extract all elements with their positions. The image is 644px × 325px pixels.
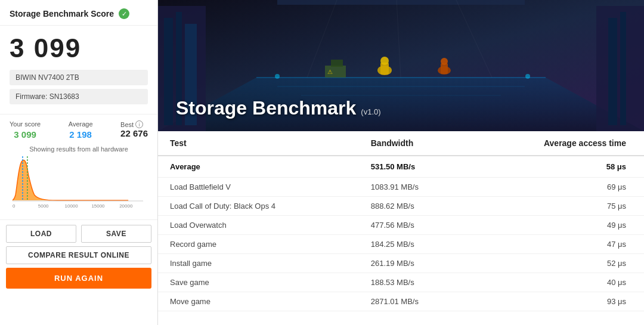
test-cell: Save game (158, 273, 359, 292)
average-label: Average (69, 120, 93, 128)
col-access-header: Average access time (470, 131, 644, 156)
test-cell: Record game (158, 235, 359, 254)
bandwidth-cell: 477.56 MB/s (359, 216, 470, 235)
bandwidth-cell: 531.50 MB/s (359, 156, 470, 178)
table-row: Record game184.25 MB/s47 μs (158, 235, 644, 254)
test-cell: Load Overwatch (158, 216, 359, 235)
access-cell: 40 μs (470, 273, 644, 292)
compare-button[interactable]: COMPARE RESULT ONLINE (6, 246, 151, 264)
table-row: Load Overwatch477.56 MB/s49 μs (158, 216, 644, 235)
firmware-info: Firmware: SN13683 (10, 89, 148, 104)
table-row: Load Call of Duty: Black Ops 4888.62 MB/… (158, 197, 644, 216)
right-panel: ⚠ Storage Benchmark (v1.0) Test Bandwidt… (158, 0, 644, 325)
access-cell: 69 μs (470, 178, 644, 197)
svg-text:5000: 5000 (38, 203, 49, 209)
score-section: 3 099 BIWIN NV7400 2TB Firmware: SN13683 (0, 26, 157, 114)
your-score-label: Your score (10, 120, 41, 128)
score-header-title: Storage Benchmark Score (10, 9, 114, 18)
average-value: 2 198 (69, 129, 93, 140)
your-score-col: Your score 3 099 (10, 120, 41, 140)
best-value: 22 676 (120, 128, 148, 138)
chart-label: Showing results from all hardware (0, 143, 157, 154)
test-cell: Load Call of Duty: Black Ops 4 (158, 197, 359, 216)
score-comparison-row: Your score 3 099 Average 2 198 Best i 22… (0, 114, 157, 143)
bandwidth-cell: 184.25 MB/s (359, 235, 470, 254)
svg-text:0: 0 (13, 203, 16, 209)
best-col: Best i 22 676 (120, 120, 148, 140)
col-test-header: Test (158, 131, 359, 156)
left-panel: Storage Benchmark Score ✓ 3 099 BIWIN NV… (0, 0, 158, 325)
best-label-text: Best (120, 121, 134, 128)
run-again-button[interactable]: RUN AGAIN (6, 268, 151, 289)
bandwidth-cell: 188.53 MB/s (359, 273, 470, 292)
results-table-section: Test Bandwidth Average access time Avera… (158, 131, 644, 325)
svg-text:10000: 10000 (65, 203, 79, 209)
test-cell: Move game (158, 292, 359, 311)
table-header-row: Test Bandwidth Average access time (158, 131, 644, 156)
table-row: Install game261.19 MB/s52 μs (158, 254, 644, 273)
access-cell: 93 μs (470, 292, 644, 311)
banner-version: (v1.0) (361, 107, 380, 116)
table-row: Average531.50 MB/s58 μs (158, 156, 644, 178)
bandwidth-cell: 261.19 MB/s (359, 254, 470, 273)
svg-text:15000: 15000 (91, 203, 105, 209)
banner-title: Storage Benchmark (176, 97, 356, 119)
bandwidth-cell: 888.62 MB/s (359, 197, 470, 216)
col-bandwidth-header: Bandwidth (359, 131, 470, 156)
best-label-container: Best i (120, 120, 148, 128)
save-button[interactable]: SAVE (81, 225, 151, 243)
device-name: BIWIN NV7400 2TB (10, 70, 148, 85)
bandwidth-cell: 2871.01 MB/s (359, 292, 470, 311)
access-cell: 52 μs (470, 254, 644, 273)
test-cell: Install game (158, 254, 359, 273)
distribution-chart: 0 5000 10000 15000 20000 (10, 156, 148, 210)
table-row: Load Battlefield V1083.91 MB/s69 μs (158, 178, 644, 197)
banner: ⚠ Storage Benchmark (v1.0) (158, 0, 644, 131)
bandwidth-cell: 1083.91 MB/s (359, 178, 470, 197)
check-icon: ✓ (119, 8, 129, 19)
big-score: 3 099 (10, 35, 148, 61)
svg-text:20000: 20000 (119, 203, 133, 209)
access-cell: 47 μs (470, 235, 644, 254)
access-cell: 58 μs (470, 156, 644, 178)
average-col: Average 2 198 (69, 120, 93, 140)
results-table: Test Bandwidth Average access time Avera… (158, 131, 644, 311)
test-cell: Average (158, 156, 359, 178)
score-header: Storage Benchmark Score ✓ (0, 0, 157, 26)
load-save-row: LOAD SAVE (6, 225, 151, 243)
test-cell: Load Battlefield V (158, 178, 359, 197)
banner-overlay: Storage Benchmark (v1.0) (158, 0, 644, 131)
button-area: LOAD SAVE COMPARE RESULT ONLINE RUN AGAI… (0, 219, 157, 292)
your-score-value: 3 099 (10, 129, 41, 140)
table-row: Save game188.53 MB/s40 μs (158, 273, 644, 292)
access-cell: 75 μs (470, 197, 644, 216)
load-button[interactable]: LOAD (6, 225, 76, 243)
table-row: Move game2871.01 MB/s93 μs (158, 292, 644, 311)
access-cell: 49 μs (470, 216, 644, 235)
chart-area: 0 5000 10000 15000 20000 (0, 154, 157, 219)
best-info-icon[interactable]: i (135, 120, 143, 128)
